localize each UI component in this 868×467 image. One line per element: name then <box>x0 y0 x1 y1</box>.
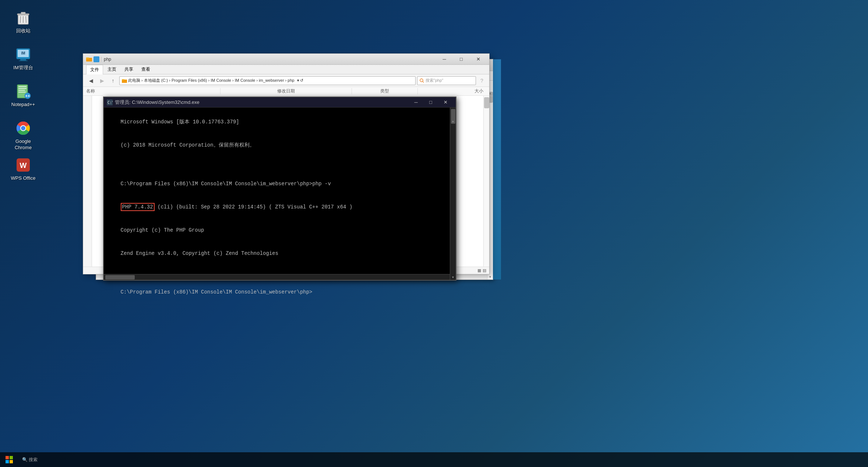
cmd-scrollbar-bottom[interactable] <box>104 274 450 280</box>
explorer-front-titlebar: php ─ □ ✕ <box>83 54 489 65</box>
svg-rect-41 <box>10 460 13 463</box>
notepad-icon: ++ <box>14 82 32 100</box>
svg-rect-8 <box>20 59 26 60</box>
addr-dropdown-front[interactable]: ▾ <box>297 78 299 83</box>
cmd-minimize-btn[interactable]: ─ <box>409 98 423 107</box>
start-button[interactable] <box>0 452 18 467</box>
svg-rect-38 <box>6 456 9 459</box>
tab-file-front[interactable]: 文件 <box>86 65 103 74</box>
svg-text:C:\: C:\ <box>107 101 113 105</box>
im-console-label: IM管理台 <box>13 65 33 71</box>
desktop-icon-chrome[interactable]: Google Chrome <box>7 117 40 153</box>
chrome-icon <box>14 119 32 137</box>
cmd-prompt: C:\Program Files (x86)\IM Console\IM Con… <box>121 289 313 295</box>
up-btn-front[interactable]: ↑ <box>108 76 118 85</box>
back-btn-front[interactable]: ◀ <box>86 76 96 85</box>
chrome-label: Google Chrome <box>9 138 38 151</box>
address-text-front: 此电脑 › 本地磁盘 (C:) › Program Files (x86) › … <box>128 78 294 83</box>
folder-icon-front-small <box>86 56 92 62</box>
notepad-label: Notepad++ <box>11 102 35 108</box>
minimize-button-front[interactable]: ─ <box>436 54 452 64</box>
cmd-line2: (c) 2018 Microsoft Corporation。保留所有权利。 <box>121 142 255 148</box>
explorer-front-title: php <box>104 57 436 62</box>
col-type-front: 类型 <box>352 88 418 94</box>
separator-front <box>101 57 102 62</box>
svg-rect-12 <box>18 86 27 87</box>
wps-label: WPS Office <box>11 175 36 182</box>
recycle-bin-icon <box>14 9 32 27</box>
desktop-icon-notepad[interactable]: ++ Notepad++ <box>7 80 40 110</box>
svg-rect-2 <box>21 12 25 14</box>
close-button-front[interactable]: ✕ <box>470 54 486 64</box>
cmd-scroll-down[interactable]: ▾ <box>450 274 456 280</box>
taskbar: 🔍 搜索 <box>0 452 868 467</box>
column-headers-front: 名称 修改日期 类型 大小 <box>83 87 489 96</box>
check-icon-front <box>93 56 99 62</box>
ribbon-front: 文件 主页 共享 查看 <box>83 65 489 74</box>
svg-line-35 <box>423 81 424 82</box>
cmd-icon: C:\ <box>107 99 113 105</box>
toolbar-front: ◀ ▶ ↑ 此电脑 › 本地磁盘 (C:) › Program Files (x… <box>83 74 489 87</box>
view-toggle: ▦ ▤ <box>477 268 486 273</box>
scrollbar-down-btn[interactable]: ▾ <box>487 274 493 280</box>
cmd-window: C:\ 管理员: C:\Windows\System32\cmd.exe ─ □… <box>103 96 456 281</box>
search-bar-front[interactable]: 搜索"php" <box>417 76 476 85</box>
svg-line-5 <box>26 16 26 23</box>
address-bar-front[interactable]: 此电脑 › 本地磁盘 (C:) › Program Files (x86) › … <box>119 76 416 85</box>
col-size-front: 大小 <box>418 88 486 94</box>
window-controls-front: ─ □ ✕ <box>436 54 486 64</box>
addr-refresh-front[interactable]: ↺ <box>300 78 303 83</box>
cmd-scrollbar[interactable]: ▾ ▴ <box>450 108 456 280</box>
svg-text:IM: IM <box>21 51 25 55</box>
cmd-php-rest: (cli) (built: Sep 28 2022 19:14:45) ( ZT… <box>155 204 353 210</box>
scrollbar-thumb-front[interactable] <box>484 97 489 108</box>
cmd-close-btn[interactable]: ✕ <box>438 98 453 107</box>
svg-rect-31 <box>86 57 89 59</box>
svg-rect-13 <box>18 88 27 89</box>
svg-rect-40 <box>6 460 9 463</box>
cmd-maximize-btn[interactable]: □ <box>423 98 438 107</box>
tab-view-front[interactable]: 查看 <box>138 65 154 74</box>
detail-view-btn[interactable]: ▤ <box>483 268 486 273</box>
svg-text:++: ++ <box>25 94 30 98</box>
svg-point-21 <box>21 126 25 130</box>
taskbar-search[interactable]: 🔍 搜索 <box>18 452 41 467</box>
search-icon-front <box>420 78 424 83</box>
svg-text:W: W <box>20 161 27 169</box>
scrollbar-front[interactable] <box>483 96 489 274</box>
folder-addr-icon-front <box>122 78 127 83</box>
col-name-front: 名称 <box>86 88 220 94</box>
svg-rect-39 <box>10 456 13 459</box>
im-console-icon: IM <box>14 46 32 63</box>
windows-logo <box>6 456 13 463</box>
svg-rect-33 <box>122 79 124 80</box>
svg-rect-14 <box>18 90 25 91</box>
sidebar-strip <box>83 96 92 274</box>
cmd-scrollbar-h-thumb[interactable] <box>105 275 135 280</box>
cmd-line6: Copyright (c) The PHP Group <box>121 227 204 233</box>
blue-accent-back <box>493 59 501 280</box>
tab-home-front[interactable]: 主页 <box>104 65 120 74</box>
cmd-line1: Microsoft Windows [版本 10.0.17763.379] <box>121 119 239 125</box>
wps-icon: W <box>14 156 32 174</box>
col-date-front: 修改日期 <box>220 88 352 94</box>
recycle-bin-label: 回收站 <box>16 28 31 34</box>
svg-line-3 <box>20 16 21 23</box>
list-view-btn[interactable]: ▦ <box>477 268 481 273</box>
cmd-php-highlight: PHP 7.4.32 <box>121 203 155 211</box>
tab-share-front[interactable]: 共享 <box>121 65 137 74</box>
cmd-title: 管理员: C:\Windows\System32\cmd.exe <box>115 99 409 106</box>
forward-btn-front[interactable]: ▶ <box>97 76 107 85</box>
svg-point-34 <box>420 79 423 82</box>
desktop-icon-wps[interactable]: W WPS Office <box>7 154 40 184</box>
svg-rect-9 <box>19 60 28 61</box>
maximize-button-front[interactable]: □ <box>453 54 469 64</box>
search-placeholder-front: 搜索"php" <box>426 78 443 83</box>
cmd-line4: C:\Program Files (x86)\IM Console\IM Con… <box>121 181 331 187</box>
cmd-line7: Zend Engine v3.4.0, Copyright (c) Zend T… <box>121 250 278 256</box>
cmd-titlebar: C:\ 管理员: C:\Windows\System32\cmd.exe ─ □… <box>104 97 456 108</box>
help-btn-front[interactable]: ? <box>477 76 486 85</box>
desktop-icon-im-console[interactable]: IM IM管理台 <box>7 43 40 73</box>
desktop-icon-recycle-bin[interactable]: 回收站 <box>7 7 40 36</box>
cmd-scroll-up[interactable]: ▴ <box>450 118 456 124</box>
